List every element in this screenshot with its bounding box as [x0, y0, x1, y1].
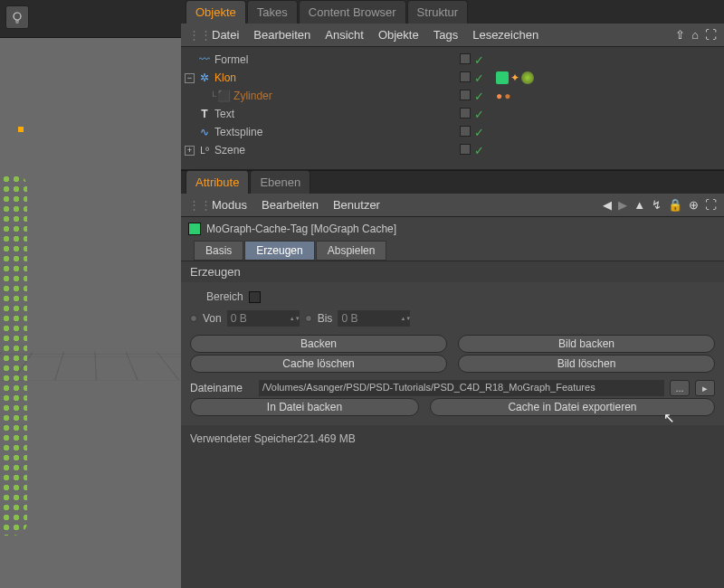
- memory-value: 221.469 MB: [297, 432, 356, 445]
- menu-benutzer[interactable]: Benutzer: [333, 198, 380, 212]
- tree-item-klon[interactable]: Klon: [212, 71, 239, 84]
- phong-tag-icon[interactable]: ●: [504, 90, 510, 102]
- axis-handle[interactable]: [18, 127, 24, 132]
- visibility-check-icon[interactable]: ✓: [474, 126, 484, 139]
- mograph-cache-tag-icon[interactable]: [496, 71, 509, 84]
- tree-item-textspline[interactable]: Textspline: [212, 126, 265, 138]
- input-von[interactable]: 0 B▲▼: [227, 310, 300, 327]
- input-bis[interactable]: 0 B▲▼: [338, 310, 410, 327]
- tab-objekte[interactable]: Objekte: [186, 0, 246, 24]
- viewport[interactable]: [0, 38, 181, 588]
- param-bullet-icon: [305, 315, 312, 322]
- label-von: Von: [203, 312, 222, 325]
- cloner-icon: ✲: [197, 71, 212, 84]
- tab-struktur[interactable]: Struktur: [407, 0, 469, 24]
- tree-connector-icon: └: [210, 91, 216, 101]
- panel-grip-icon[interactable]: ⋮⋮: [188, 198, 197, 212]
- menu-ansicht[interactable]: Ansicht: [325, 28, 364, 42]
- backen-button[interactable]: Backen: [190, 335, 447, 353]
- path-arrow-button[interactable]: ▸: [695, 380, 715, 396]
- spinner-icon[interactable]: ▲▼: [290, 310, 299, 327]
- label-bereich: Bereich: [206, 290, 243, 303]
- label-dateiname: Dateiname: [190, 382, 253, 394]
- subtab-abspielen[interactable]: Abspielen: [316, 241, 387, 261]
- spinner-icon[interactable]: ▲▼: [400, 310, 409, 327]
- tab-takes[interactable]: Takes: [247, 0, 298, 24]
- tree-item-text[interactable]: Text: [212, 108, 237, 120]
- effector-icon[interactable]: ✦: [510, 71, 519, 84]
- spline-icon: ∿: [197, 126, 212, 138]
- grid-floor: [0, 351, 181, 380]
- tree-item-formel[interactable]: Formel: [212, 53, 251, 66]
- memory-label: Verwendeter Speicher: [190, 432, 297, 445]
- menu-bearbeiten-attr[interactable]: Bearbeiten: [262, 198, 319, 212]
- formula-icon: 〰: [197, 53, 212, 66]
- label-bis: Bis: [318, 312, 333, 325]
- render-light-button[interactable]: [5, 5, 29, 29]
- menu-bearbeiten[interactable]: Bearbeiten: [253, 28, 310, 42]
- checkbox-bereich[interactable]: [249, 291, 261, 303]
- tag-title: MoGraph-Cache-Tag [MoGraph Cache]: [206, 223, 396, 235]
- null-icon: L⁰: [197, 146, 212, 156]
- visibility-check-icon[interactable]: ✓: [474, 108, 484, 121]
- layer-toggle[interactable]: [460, 108, 471, 119]
- visibility-check-icon[interactable]: ✓: [474, 90, 484, 103]
- menu-modus[interactable]: Modus: [212, 198, 247, 212]
- layer-toggle[interactable]: [460, 71, 471, 82]
- in-datei-backen-button[interactable]: In Datei backen: [190, 398, 419, 416]
- text-icon: T: [197, 108, 212, 120]
- expand-icon[interactable]: ⛶: [705, 198, 717, 212]
- visibility-check-icon[interactable]: ✓: [474, 144, 484, 157]
- nav-back-icon[interactable]: ◀: [603, 198, 612, 212]
- new-icon[interactable]: ⊕: [689, 198, 699, 212]
- expand-toggle[interactable]: −: [185, 73, 195, 83]
- menu-tags[interactable]: Tags: [433, 28, 458, 42]
- layer-toggle[interactable]: [460, 53, 471, 64]
- layer-toggle[interactable]: [460, 90, 471, 100]
- panel-grip-icon[interactable]: ⋮⋮: [188, 28, 197, 42]
- up-icon[interactable]: ⇧: [675, 28, 685, 42]
- search-icon[interactable]: ↯: [652, 198, 662, 212]
- subtab-erzeugen[interactable]: Erzeugen: [244, 241, 314, 261]
- tab-attribute[interactable]: Attribute: [186, 170, 249, 194]
- layer-toggle[interactable]: [460, 126, 471, 137]
- expand-toggle[interactable]: +: [185, 146, 195, 156]
- svg-point-0: [14, 13, 21, 20]
- bild-backen-button[interactable]: Bild backen: [458, 335, 715, 353]
- export-cache-button[interactable]: Cache in Datei exportieren: [430, 398, 715, 416]
- material-tag-icon[interactable]: [521, 71, 534, 84]
- cloner-object-preview: [0, 174, 27, 536]
- filepath-input[interactable]: /Volumes/Asanger/PSD/PSD-Tutorials/PSD_C…: [259, 380, 664, 396]
- mograph-cache-tag-icon: [188, 223, 201, 235]
- cache-loeschen-button[interactable]: Cache löschen: [190, 355, 447, 373]
- tree-item-szene[interactable]: Szene: [212, 144, 248, 156]
- param-bullet-icon: [190, 315, 197, 322]
- visibility-check-icon[interactable]: ✓: [474, 53, 484, 67]
- lock-icon[interactable]: 🔒: [668, 198, 682, 212]
- expand-icon[interactable]: ⛶: [705, 28, 717, 42]
- nav-up-icon[interactable]: ▲: [634, 198, 645, 212]
- section-header: Erzeugen: [181, 261, 724, 282]
- browse-button[interactable]: ...: [670, 380, 690, 396]
- object-tree[interactable]: 〰 Formel ✓ − ✲ Klon ✓ ✦ └ ⬛ Zylinder ✓ ●…: [181, 47, 724, 170]
- menu-datei[interactable]: Datei: [212, 28, 239, 42]
- layer-toggle[interactable]: [460, 144, 471, 155]
- home-icon[interactable]: ⌂: [691, 28, 699, 42]
- tree-item-zylinder[interactable]: Zylinder: [231, 90, 275, 102]
- visibility-check-icon[interactable]: ✓: [474, 71, 484, 85]
- menu-objekte[interactable]: Objekte: [378, 28, 419, 42]
- menu-lesezeichen[interactable]: Lesezeichen: [472, 28, 538, 42]
- tab-ebenen[interactable]: Ebenen: [250, 170, 310, 194]
- tab-content-browser[interactable]: Content Browser: [299, 0, 406, 24]
- nav-fwd-icon[interactable]: ▶: [618, 198, 627, 212]
- bild-loeschen-button[interactable]: Bild löschen: [458, 355, 715, 373]
- subtab-basis[interactable]: Basis: [194, 241, 243, 261]
- cylinder-icon: ⬛: [216, 90, 231, 102]
- phong-tag-icon[interactable]: ●: [496, 90, 502, 102]
